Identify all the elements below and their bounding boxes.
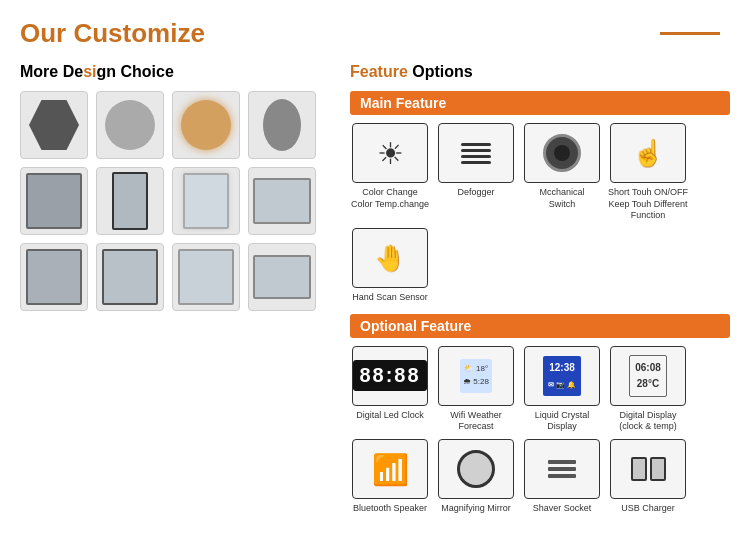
design-item-modern — [172, 243, 240, 311]
shaver-slot-3 — [548, 474, 576, 478]
optional-feature-section: Optional Feature 88:88 Digital Led Clock… — [350, 314, 730, 515]
feature-shaver: Shaver Socket — [522, 439, 602, 515]
circle-shape — [105, 100, 155, 150]
feature-touch: ☝ Short Touh ON/OFFKeep Touh DifferentFu… — [608, 123, 688, 222]
defog-icon — [461, 143, 491, 164]
color-change-icon-box: ☀ — [352, 123, 428, 183]
design-item-landscape — [248, 243, 316, 311]
feature-lcd: 12:38✉ 📷 🔔 Liquid Crystal Display — [522, 346, 602, 433]
design-row-1 — [20, 91, 330, 159]
feature-usb: USB Charger — [608, 439, 688, 515]
switch-icon — [543, 134, 581, 172]
wide-shape — [253, 178, 311, 224]
circle-light-shape — [181, 100, 231, 150]
main-feature-section: Main Feature ☀ Color ChangeColor Temp.ch… — [350, 91, 730, 304]
digital-display-label: Digital Display(clock & temp) — [619, 410, 677, 433]
switch-label: McchanicalSwitch — [539, 187, 584, 210]
usb-port-2 — [650, 457, 666, 481]
hand-icon: 🤚 — [374, 243, 406, 274]
feature-digital-display: 06:0828°C Digital Display(clock & temp) — [608, 346, 688, 433]
defogger-icon-box — [438, 123, 514, 183]
weather-icon-box: ⛅ 18°🌧 5:28 — [438, 346, 514, 406]
lcd-icon: 12:38✉ 📷 🔔 — [543, 356, 581, 396]
feature-defogger: Defogger — [436, 123, 516, 222]
magnify-icon-box — [438, 439, 514, 499]
design-item-panel — [96, 243, 164, 311]
design-row-2 — [20, 167, 330, 235]
sun-icon: ☀ — [377, 136, 404, 171]
rect2-shape — [26, 249, 82, 305]
digital-display-icon: 06:0828°C — [629, 355, 667, 397]
color-change-label: Color ChangeColor Temp.change — [351, 187, 429, 210]
lcd-icon-box: 12:38✉ 📷 🔔 — [524, 346, 600, 406]
optional-feature-grid: 88:88 Digital Led Clock ⛅ 18°🌧 5:28 Wifi… — [350, 346, 730, 515]
design-grid — [20, 91, 330, 311]
feature-title-highlight: Feature — [350, 63, 408, 80]
hex-shape — [29, 100, 79, 150]
lcd-label: Liquid Crystal Display — [522, 410, 602, 433]
left-column: More Design Choice — [20, 63, 330, 525]
bluetooth-icon: 📶 — [372, 452, 409, 487]
design-item-circle — [96, 91, 164, 159]
main-content: More Design Choice — [20, 63, 730, 525]
main-feature-header: Main Feature — [350, 91, 730, 115]
design-item-tall — [96, 167, 164, 235]
shaver-slot-2 — [548, 467, 576, 471]
defog-line-3 — [461, 155, 491, 158]
design-item-wide — [248, 167, 316, 235]
page: Our Customize More Design Choice — [0, 0, 750, 536]
usb-label: USB Charger — [621, 503, 675, 515]
title-highlight: Customize — [73, 18, 204, 48]
magnify-icon — [457, 450, 495, 488]
header-line — [660, 32, 720, 35]
title-plain: Our — [20, 18, 73, 48]
tall-shape — [112, 172, 148, 230]
magnify-label: Magnifying Mirror — [441, 503, 511, 515]
design-item-rect2 — [20, 243, 88, 311]
defog-line-1 — [461, 143, 491, 146]
defog-line-2 — [461, 149, 491, 152]
bluetooth-label: Bluetooth Speaker — [353, 503, 427, 515]
feature-bluetooth: 📶 Bluetooth Speaker — [350, 439, 430, 515]
defogger-label: Defogger — [457, 187, 494, 199]
hand-scan-icon-box: 🤚 — [352, 228, 428, 288]
feature-weather: ⛅ 18°🌧 5:28 Wifi Weather Forecast — [436, 346, 516, 433]
shaver-label: Shaver Socket — [533, 503, 592, 515]
touch-icon-box: ☝ — [610, 123, 686, 183]
page-title: Our Customize — [20, 18, 205, 49]
design-item-lit — [172, 167, 240, 235]
design-item-hex — [20, 91, 88, 159]
design-row-3 — [20, 243, 330, 311]
main-feature-grid: ☀ Color ChangeColor Temp.change — [350, 123, 730, 304]
weather-label: Wifi Weather Forecast — [436, 410, 516, 433]
right-column: Feature Options Main Feature ☀ Color Cha… — [350, 63, 730, 525]
design-item-circle-light — [172, 91, 240, 159]
design-section-title: More Design Choice — [20, 63, 330, 81]
usb-port-1 — [631, 457, 647, 481]
feature-color-change: ☀ Color ChangeColor Temp.change — [350, 123, 430, 222]
weather-icon: ⛅ 18°🌧 5:28 — [460, 359, 492, 393]
switch-center — [554, 145, 570, 161]
oval-shape — [263, 99, 301, 151]
landscape-shape — [253, 255, 311, 299]
panel-shape — [102, 249, 158, 305]
feature-led-clock: 88:88 Digital Led Clock — [350, 346, 430, 433]
bluetooth-icon-box: 📶 — [352, 439, 428, 499]
shaver-icon — [548, 460, 576, 478]
lit-shape — [183, 173, 229, 229]
digital-display-icon-box: 06:0828°C — [610, 346, 686, 406]
optional-feature-header: Optional Feature — [350, 314, 730, 338]
switch-icon-box — [524, 123, 600, 183]
design-item-oval — [248, 91, 316, 159]
usb-icon — [631, 457, 666, 481]
shaver-icon-box — [524, 439, 600, 499]
led-clock-label: Digital Led Clock — [356, 410, 424, 422]
design-item-rect1 — [20, 167, 88, 235]
led-clock-icon-box: 88:88 — [352, 346, 428, 406]
touch-icon: ☝ — [632, 138, 664, 169]
feature-magnify: Magnifying Mirror — [436, 439, 516, 515]
rect1-shape — [26, 173, 82, 229]
header: Our Customize — [20, 18, 730, 49]
led-clock-icon: 88:88 — [353, 360, 426, 391]
usb-icon-box — [610, 439, 686, 499]
